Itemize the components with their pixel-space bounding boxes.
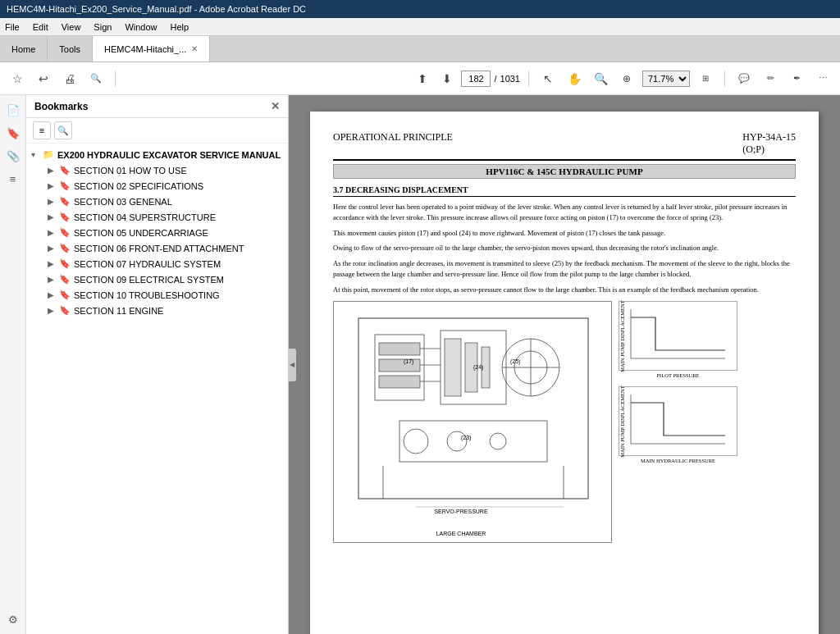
svg-text:(23): (23) xyxy=(461,435,471,441)
pdf-header: OPERATIONAL PRINCIPLE HYP-34A-15(O;P) xyxy=(333,131,796,161)
s04-label: SECTION 04 SUPERSTRUCTURE xyxy=(74,212,216,222)
svg-rect-8 xyxy=(379,343,420,355)
s05-bookmark-icon: 🔖 xyxy=(59,227,71,238)
zoom-page-button[interactable]: ⊞ xyxy=(695,68,716,89)
attachment-icon[interactable]: 📎 xyxy=(3,146,23,166)
bookmark-root[interactable]: ▾ 📁 EX200 HYDRAULIC EXCAVATOR SERVICE MA… xyxy=(26,147,288,162)
s11-label: SECTION 11 ENGINE xyxy=(74,306,163,316)
layers-icon[interactable]: ≡ xyxy=(3,169,23,189)
tab-document[interactable]: HEMC4M-Hitachi_... ✕ xyxy=(93,36,210,62)
root-expander: ▾ xyxy=(31,150,43,159)
bookmark-panel-icon[interactable]: 🔖 xyxy=(3,123,23,143)
menu-edit[interactable]: Edit xyxy=(33,22,48,32)
svg-rect-14 xyxy=(445,339,461,396)
side-charts: MAIN PUMP DISPLACEMENT PILOT PRESSURE xyxy=(619,301,737,463)
svg-text:(24): (24) xyxy=(473,364,483,371)
sidebar-item-s09[interactable]: ▶ 🔖 SECTION 09 ELECTRICAL SYSTEM xyxy=(43,271,288,287)
svg-rect-9 xyxy=(379,359,420,372)
tab-bar: Home Tools HEMC4M-Hitachi_... ✕ xyxy=(0,36,840,62)
sidebar-item-s11[interactable]: ▶ 🔖 SECTION 11 ENGINE xyxy=(43,303,288,318)
zoom-in-button[interactable]: ⊕ xyxy=(616,68,637,89)
prev-page-button[interactable]: ⬆ xyxy=(412,68,433,89)
s09-expander: ▶ xyxy=(48,275,59,284)
pdf-paragraph-5: At this point, movement of the rotor sto… xyxy=(333,285,796,295)
close-sidebar-button[interactable]: ✕ xyxy=(271,100,280,112)
menu-help[interactable]: Help xyxy=(171,22,189,32)
s05-expander: ▶ xyxy=(48,228,59,237)
pdf-paragraph-1: Here the control lever has been operated… xyxy=(333,202,796,223)
s06-expander: ▶ xyxy=(48,244,59,253)
main-content: 📄 🔖 📎 ≡ ⚙ Bookmarks ✕ ≡ 🔍 ▾ 📁 EX200 HYDR… xyxy=(0,95,840,634)
sidebar-item-s10[interactable]: ▶ 🔖 SECTION 10 TROUBLESHOOTING xyxy=(43,287,288,303)
left-icons-panel: 📄 🔖 📎 ≡ ⚙ xyxy=(0,95,26,634)
s10-expander: ▶ xyxy=(48,290,59,299)
chart-1-x-label: PILOT PRESSURE xyxy=(619,372,737,378)
s04-expander: ▶ xyxy=(48,212,59,221)
sidebar-item-s03[interactable]: ▶ 🔖 SECTION 03 GENENAL xyxy=(43,194,288,209)
sidebar: Bookmarks ✕ ≡ 🔍 ▾ 📁 EX200 HYDRAULIC EXCA… xyxy=(26,95,289,634)
pdf-viewer-area[interactable]: OPERATIONAL PRINCIPLE HYP-34A-15(O;P) HP… xyxy=(289,95,840,634)
svg-text:LARGE CHAMBER: LARGE CHAMBER xyxy=(436,531,486,536)
page-navigation: ⬆ ⬇ / 1031 xyxy=(412,68,520,89)
svg-rect-30 xyxy=(623,305,729,367)
sidebar-item-s04[interactable]: ▶ 🔖 SECTION 04 SUPERSTRUCTURE xyxy=(43,209,288,225)
s10-label: SECTION 10 TROUBLESHOOTING xyxy=(74,290,220,300)
hand-tool[interactable]: ✋ xyxy=(564,68,585,89)
tools-icon[interactable]: ⚙ xyxy=(3,609,23,629)
menu-sign[interactable]: Sign xyxy=(94,22,112,32)
sidebar-toolbar: ≡ 🔍 xyxy=(26,118,288,144)
tab-close-button[interactable]: ✕ xyxy=(191,44,198,53)
menu-file[interactable]: File xyxy=(5,22,20,32)
sidebar-title: Bookmarks xyxy=(34,101,88,112)
annotation-tool[interactable]: 💬 xyxy=(733,68,755,89)
sidebar-search-button[interactable]: 🔍 xyxy=(54,121,72,139)
sidebar-item-s07[interactable]: ▶ 🔖 SECTION 07 HYDRAULIC SYSTEM xyxy=(43,256,288,271)
sections-list: ▶ 🔖 SECTION 01 HOW TO USE ▶ 🔖 SECTION 02… xyxy=(26,162,288,318)
collapse-sidebar-handle[interactable]: ◀ xyxy=(288,349,296,381)
toolbar-sep-2 xyxy=(528,71,529,87)
zoom-out-toolbar[interactable]: 🔍 xyxy=(85,68,107,89)
diagram-area: SERVO-PRESSURE LARGE CHAMBER (24) (25) (… xyxy=(333,301,796,543)
menu-view[interactable]: View xyxy=(62,22,81,32)
tab-tools[interactable]: Tools xyxy=(48,36,93,62)
toolbar-sep-3 xyxy=(724,71,725,87)
s05-label: SECTION 05 UNDERCARRIAGE xyxy=(74,228,208,238)
sidebar-item-s05[interactable]: ▶ 🔖 SECTION 05 UNDERCARRIAGE xyxy=(43,225,288,240)
sidebar-menu-button[interactable]: ≡ xyxy=(33,121,51,139)
s01-label: SECTION 01 HOW TO USE xyxy=(74,166,187,176)
s04-bookmark-icon: 🔖 xyxy=(59,212,71,222)
pdf-page: OPERATIONAL PRINCIPLE HYP-34A-15(O;P) HP… xyxy=(310,112,819,634)
sidebar-item-s01[interactable]: ▶ 🔖 SECTION 01 HOW TO USE xyxy=(43,162,288,178)
chart-2: MAIN PUMP DISPLACEMENT xyxy=(619,386,737,456)
s06-bookmark-icon: 🔖 xyxy=(59,243,71,253)
forward-button[interactable]: ↩ xyxy=(33,68,54,89)
s02-label: SECTION 02 SPECIFICATIONS xyxy=(74,181,203,191)
s02-expander: ▶ xyxy=(48,181,59,190)
next-page-button[interactable]: ⬇ xyxy=(436,68,458,89)
print-button[interactable]: 🖨 xyxy=(59,68,80,89)
zoom-select[interactable]: 71.7% 50% 75% 100% xyxy=(642,71,690,87)
page-number-input[interactable] xyxy=(461,71,491,87)
highlight-tool[interactable]: ✏ xyxy=(760,68,781,89)
menu-window[interactable]: Window xyxy=(125,22,157,32)
title-bar-text: HEMC4M-Hitachi_Ex200_Service_Manual.pdf … xyxy=(7,4,306,14)
chart-2-svg xyxy=(623,390,729,452)
main-diagram: SERVO-PRESSURE LARGE CHAMBER (24) (25) (… xyxy=(333,301,612,543)
sidebar-item-s06[interactable]: ▶ 🔖 SECTION 06 FRONT-END ATTACHMENT xyxy=(43,240,288,256)
chart-1-svg xyxy=(623,305,729,367)
s03-label: SECTION 03 GENENAL xyxy=(74,197,172,207)
tab-document-label: HEMC4M-Hitachi_... xyxy=(104,44,186,54)
total-pages: 1031 xyxy=(500,74,520,84)
sidebar-item-s02[interactable]: ▶ 🔖 SECTION 02 SPECIFICATIONS xyxy=(43,178,288,194)
page-icon[interactable]: 📄 xyxy=(3,100,23,120)
tab-home[interactable]: Home xyxy=(0,36,48,62)
tab-tools-label: Tools xyxy=(59,44,80,54)
more-tools[interactable]: ⋯ xyxy=(812,68,833,89)
select-tool[interactable]: ↖ xyxy=(537,68,559,89)
pdf-paragraph-3: Owing to flow of the servo-pressure oil … xyxy=(333,243,796,253)
s03-expander: ▶ xyxy=(48,197,59,206)
back-button[interactable]: ☆ xyxy=(7,68,28,89)
draw-tool[interactable]: ✒ xyxy=(786,68,807,89)
zoom-out-button[interactable]: 🔍 xyxy=(590,68,611,89)
pdf-header-left: OPERATIONAL PRINCIPLE xyxy=(333,131,453,156)
